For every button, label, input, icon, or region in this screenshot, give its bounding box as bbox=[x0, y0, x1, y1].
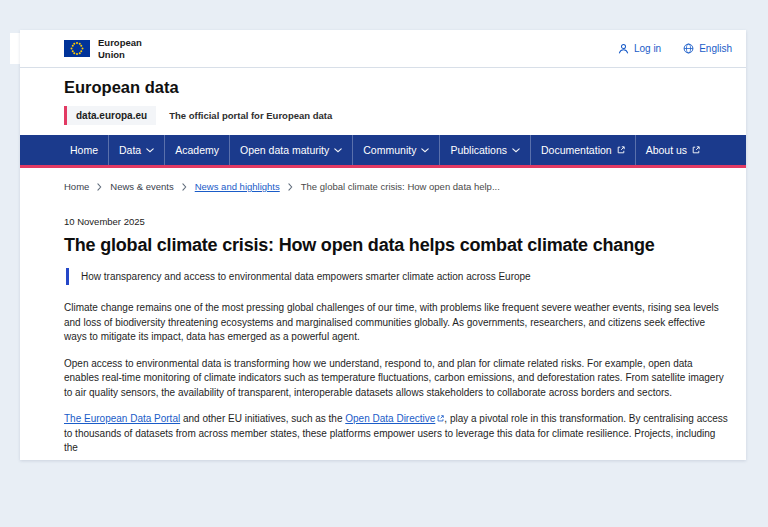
breadcrumb: HomeNews & eventsNews and highlightsThe … bbox=[20, 168, 746, 202]
top-header: European Union Log in English bbox=[20, 30, 746, 68]
breadcrumb-current-the-global-climate-crisis-how-open-data-: The global climate crisis: How open data… bbox=[301, 181, 500, 192]
nav-item-label: Documentation bbox=[541, 144, 612, 156]
eu-brand-text: European Union bbox=[98, 37, 142, 59]
nav-item-label: Home bbox=[70, 144, 98, 156]
site-masthead: European data data.europa.eu The officia… bbox=[20, 68, 746, 135]
portal-page: European Union Log in English bbox=[20, 30, 746, 460]
chevron-right-icon bbox=[97, 183, 102, 191]
nav-item-publications[interactable]: Publications bbox=[439, 135, 530, 165]
chevron-right-icon bbox=[288, 183, 293, 191]
chevron-down-icon bbox=[146, 148, 154, 153]
chevron-down-icon bbox=[334, 148, 342, 153]
language-button[interactable]: English bbox=[683, 43, 732, 54]
eu-brand-line2: Union bbox=[98, 49, 142, 60]
user-icon bbox=[618, 43, 629, 54]
chevron-right-icon bbox=[182, 183, 187, 191]
article-lede-text: How transparency and access to environme… bbox=[81, 271, 531, 282]
breadcrumb-link-home[interactable]: Home bbox=[64, 181, 89, 192]
article-paragraph-2: Open access to environmental data is tra… bbox=[64, 357, 730, 401]
article-paragraph-3: The European Data Portal and other EU in… bbox=[64, 412, 730, 456]
nav-item-about-us[interactable]: About us bbox=[635, 135, 710, 165]
nav-item-label: Data bbox=[119, 144, 141, 156]
nav-item-label: Academy bbox=[175, 144, 219, 156]
external-link-icon bbox=[692, 146, 700, 154]
eu-flag-icon bbox=[64, 40, 90, 57]
nav-item-open-data-maturity[interactable]: Open data maturity bbox=[229, 135, 352, 165]
chevron-down-icon bbox=[421, 148, 429, 153]
domain-badge: data.europa.eu bbox=[64, 106, 156, 125]
nav-item-academy[interactable]: Academy bbox=[164, 135, 229, 165]
article-title: The global climate crisis: How open data… bbox=[64, 235, 730, 256]
breadcrumb-link-news-events[interactable]: News & events bbox=[110, 181, 173, 192]
nav-item-label: Open data maturity bbox=[240, 144, 329, 156]
site-title: European data bbox=[64, 78, 732, 97]
link-open-data-directive[interactable]: Open Data Directive bbox=[345, 413, 444, 424]
article: 10 November 2025 The global climate cris… bbox=[20, 202, 746, 456]
nav-item-label: Community bbox=[363, 144, 416, 156]
topbar-actions: Log in English bbox=[618, 43, 732, 54]
nav-item-label: Publications bbox=[450, 144, 507, 156]
article-lede: How transparency and access to environme… bbox=[66, 268, 730, 285]
breadcrumb-link-news-and-highlights[interactable]: News and highlights bbox=[195, 181, 280, 192]
language-label: English bbox=[699, 43, 732, 54]
main-nav: HomeDataAcademyOpen data maturityCommuni… bbox=[20, 135, 746, 165]
chevron-down-icon bbox=[512, 148, 520, 153]
eu-brand-line1: European bbox=[98, 37, 142, 48]
nav-item-community[interactable]: Community bbox=[352, 135, 439, 165]
globe-icon bbox=[683, 43, 694, 54]
site-subheader: data.europa.eu The official portal for E… bbox=[64, 106, 732, 125]
article-body: Climate change remains one of the most p… bbox=[64, 301, 730, 456]
nav-item-documentation[interactable]: Documentation bbox=[530, 135, 635, 165]
link-the-european-data-portal[interactable]: The European Data Portal bbox=[64, 413, 180, 424]
nav-item-home[interactable]: Home bbox=[60, 135, 108, 165]
login-button[interactable]: Log in bbox=[618, 43, 661, 54]
external-link-icon bbox=[617, 146, 625, 154]
nav-item-label: About us bbox=[646, 144, 687, 156]
article-paragraph-1: Climate change remains one of the most p… bbox=[64, 301, 730, 345]
eu-logo[interactable]: European Union bbox=[64, 37, 142, 59]
external-link-icon bbox=[437, 415, 444, 422]
nav-item-data[interactable]: Data bbox=[108, 135, 164, 165]
site-tagline: The official portal for European data bbox=[169, 110, 332, 121]
article-date: 10 November 2025 bbox=[64, 216, 730, 227]
login-label: Log in bbox=[634, 43, 661, 54]
